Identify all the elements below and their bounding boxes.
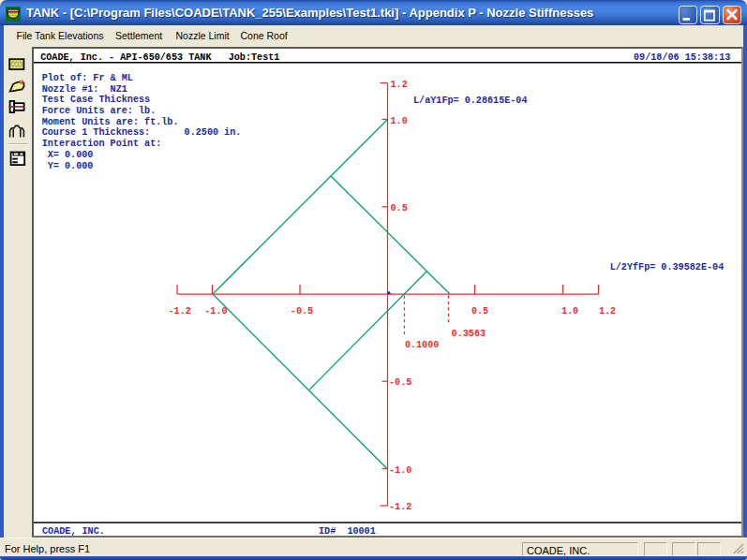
svg-text:-1.2: -1.2 <box>389 502 411 512</box>
svg-text:Force Units are: lb.: Force Units are: lb. <box>42 106 157 116</box>
svg-text:COADE, Inc. - API-650/653 TANK: COADE, Inc. - API-650/653 TANK Job:Test1 <box>40 52 279 63</box>
svg-text:Plot of: Fr & ML: Plot of: Fr & ML <box>42 73 133 83</box>
svg-text:X= 0.000: X= 0.000 <box>42 150 94 160</box>
svg-text:Y= 0.000: Y= 0.000 <box>42 161 94 171</box>
svg-text:ID# 10001: ID# 10001 <box>319 526 376 536</box>
svg-text:-1.0: -1.0 <box>204 306 227 317</box>
svg-text:-0.5: -0.5 <box>291 306 313 317</box>
svg-text:-1.2: -1.2 <box>169 306 191 317</box>
svg-text:Test Case Thickness: Test Case Thickness <box>42 95 150 105</box>
svg-text:Nozzle #1: NZ1: Nozzle #1: NZ1 <box>42 84 127 95</box>
svg-text:0.5: 0.5 <box>471 306 488 317</box>
svg-text:1.2: 1.2 <box>391 80 408 90</box>
svg-text:1.0: 1.0 <box>391 116 408 126</box>
svg-text:09/18/06 15:38:13: 09/18/06 15:38:13 <box>634 52 730 63</box>
svg-text:-1.0: -1.0 <box>389 465 411 476</box>
svg-text:1.0: 1.0 <box>561 306 578 317</box>
svg-text:0.1000: 0.1000 <box>405 340 439 350</box>
svg-text:L/aY1Fp= 0.28615E-04: L/aY1Fp= 0.28615E-04 <box>413 96 528 106</box>
svg-text:1.2: 1.2 <box>599 306 616 317</box>
svg-text:COADE, INC.: COADE, INC. <box>42 526 105 536</box>
svg-text:Interaction Point at:: Interaction Point at: <box>42 139 162 149</box>
svg-text:Course 1 Thickness: 0.250: Course 1 Thickness: 0.2500 in. <box>42 127 242 138</box>
svg-text:0.5: 0.5 <box>391 203 408 214</box>
svg-text:-0.5: -0.5 <box>389 377 411 388</box>
svg-text:L/2YfFp= 0.39582E-04: L/2YfFp= 0.39582E-04 <box>610 262 725 273</box>
svg-text:0.3563: 0.3563 <box>452 329 486 339</box>
svg-text:Moment Units are: ft.lb.: Moment Units are: ft.lb. <box>42 117 179 127</box>
